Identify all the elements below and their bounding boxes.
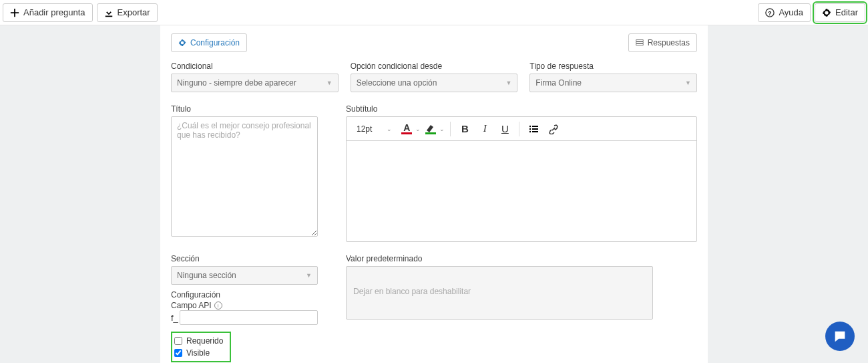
conditional-from-value: Seleccione una opción [357,78,437,88]
default-value-area[interactable]: Dejar en blanco para deshabilitar [346,266,653,320]
api-field-input[interactable] [180,310,318,325]
chevron-down-icon: ▼ [306,272,312,279]
text-color-button[interactable]: A [399,121,414,137]
tab-responses-label: Respuestas [648,38,690,47]
table-icon [636,39,644,47]
font-size-value: 12pt [357,124,372,134]
configuration-sublabel: Configuración [171,290,318,299]
highlight-color-bar [425,132,436,134]
conditional-select[interactable]: Ninguno - siempre debe aparecer ▼ [171,74,339,92]
default-value-label: Valor predeterminado [346,254,697,263]
section-label: Sección [171,254,318,263]
visible-label: Visible [186,348,210,358]
chevron-down-icon: ▼ [327,80,333,86]
chevron-down-icon: ▼ [685,80,691,86]
required-checkbox[interactable]: Requerido [174,335,228,347]
response-type-label: Tipo de respuesta [529,62,697,71]
chevron-down-icon[interactable]: ⌄ [439,126,445,132]
top-toolbar: Añadir pregunta Exportar ? Ayuda Editar [0,0,868,25]
form-card: Configuración Respuestas Condicional Nin… [160,25,708,363]
export-label: Exportar [118,7,150,17]
field-conditional: Condicional Ninguno - siempre debe apare… [171,62,339,92]
required-checkbox-input[interactable] [174,337,182,345]
highlight-color-button[interactable] [423,121,438,137]
text-color-glyph: A [403,123,410,132]
conditional-from-label: Opción condicional desde [351,62,518,71]
conditional-from-select[interactable]: Seleccione una opción ▼ [351,74,518,92]
field-conditional-from: Opción condicional desde Seleccione una … [351,62,518,92]
link-button[interactable] [545,120,562,138]
plus-icon [10,8,19,17]
editor-toolbar: 12pt ⌄ A ⌄ [347,117,696,141]
response-type-select[interactable]: Firma Online ▼ [529,74,697,92]
default-value-placeholder: Dejar en blanco para deshabilitar [353,287,471,296]
help-button[interactable]: ? Ayuda [758,3,811,22]
add-question-button[interactable]: Añadir pregunta [3,3,93,22]
chevron-down-icon[interactable]: ⌄ [415,126,421,132]
underline-button[interactable]: U [496,120,513,138]
visibility-options: Requerido Visible [171,332,231,362]
bullet-list-button[interactable] [525,120,542,138]
help-icon: ? [765,8,775,17]
add-question-label: Añadir pregunta [23,7,85,17]
visible-checkbox[interactable]: Visible [174,347,228,359]
gear-icon [822,8,831,17]
api-prefix: f_ [171,313,178,323]
conditional-label: Condicional [171,62,339,71]
font-size-select[interactable]: 12pt ⌄ [351,120,397,138]
tab-responses[interactable]: Respuestas [628,33,697,52]
link-icon [548,124,559,134]
edit-button[interactable]: Editar [815,3,865,22]
svg-text:?: ? [769,9,772,16]
rich-text-editor: 12pt ⌄ A ⌄ [346,116,697,242]
required-label: Requerido [186,336,223,346]
field-title: Título [171,104,318,242]
highlighter-icon [425,123,436,132]
svg-rect-7 [532,131,538,132]
svg-point-4 [529,128,531,129]
editor-body[interactable] [347,141,696,241]
italic-button[interactable]: I [476,120,493,138]
section-value: Ninguna sección [177,271,236,280]
visible-checkbox-input[interactable] [174,349,182,357]
chevron-down-icon: ▼ [505,80,511,86]
text-color-bar [401,132,412,134]
help-label: Ayuda [779,7,803,17]
chat-icon [833,329,847,344]
subtitle-label: Subtítulo [346,104,697,114]
separator [519,122,519,136]
tab-configuration[interactable]: Configuración [171,33,247,52]
chat-widget-button[interactable] [825,322,855,351]
page-background: Configuración Respuestas Condicional Nin… [0,25,868,363]
section-select[interactable]: Ninguna sección ▼ [171,266,318,285]
bold-button[interactable]: B [456,120,473,138]
download-icon [104,8,114,17]
svg-rect-3 [532,126,538,127]
separator [450,122,451,136]
title-label: Título [171,104,318,114]
field-subtitle: Subtítulo 12pt ⌄ A ⌄ [346,104,697,242]
chevron-down-icon: ⌄ [387,126,392,132]
field-response-type: Tipo de respuesta Firma Online ▼ [529,62,697,92]
tab-configuration-label: Configuración [190,38,240,47]
svg-rect-5 [532,128,538,130]
edit-label: Editar [835,7,858,17]
conditional-value: Ninguno - siempre debe aparecer [177,78,296,88]
title-textarea[interactable] [171,116,318,237]
list-icon [528,124,539,134]
response-type-value: Firma Online [535,78,582,88]
export-button[interactable]: Exportar [97,3,158,22]
info-icon[interactable]: i [214,301,222,310]
svg-point-6 [529,130,531,132]
gear-icon [178,39,186,47]
api-field-label: Campo API [171,301,212,310]
svg-point-2 [529,125,531,126]
